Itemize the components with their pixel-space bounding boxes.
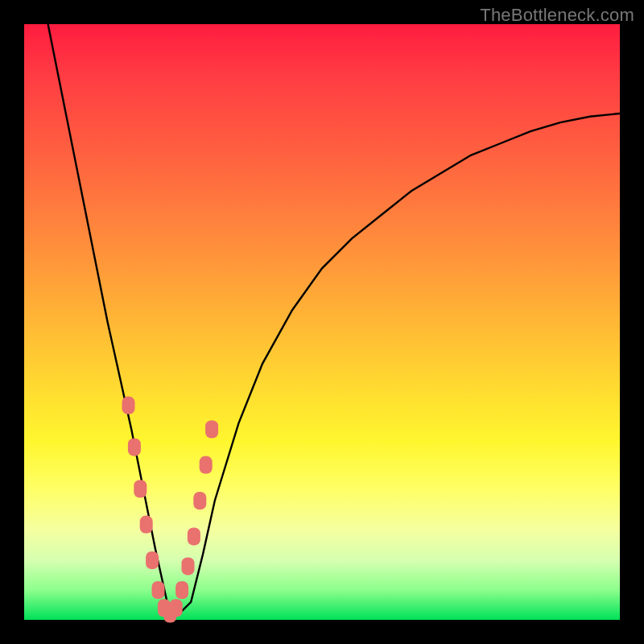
marker-point: [193, 492, 206, 510]
marker-point: [170, 599, 183, 617]
curve-svg: [24, 24, 620, 620]
marker-point: [128, 438, 141, 456]
outer-frame: TheBottleneck.com: [0, 0, 644, 644]
watermark-text: TheBottleneck.com: [480, 5, 634, 26]
marker-point: [205, 420, 218, 438]
bottleneck-curve-path: [48, 24, 620, 614]
marker-point: [200, 456, 213, 474]
plot-area: [24, 24, 620, 620]
marker-point: [175, 581, 188, 599]
marker-point: [182, 557, 195, 575]
marker-point: [134, 480, 147, 497]
marker-group: [122, 397, 219, 623]
marker-point: [140, 516, 153, 534]
marker-point: [146, 551, 159, 569]
marker-point: [152, 581, 165, 599]
marker-point: [122, 397, 135, 415]
marker-point: [188, 527, 200, 545]
